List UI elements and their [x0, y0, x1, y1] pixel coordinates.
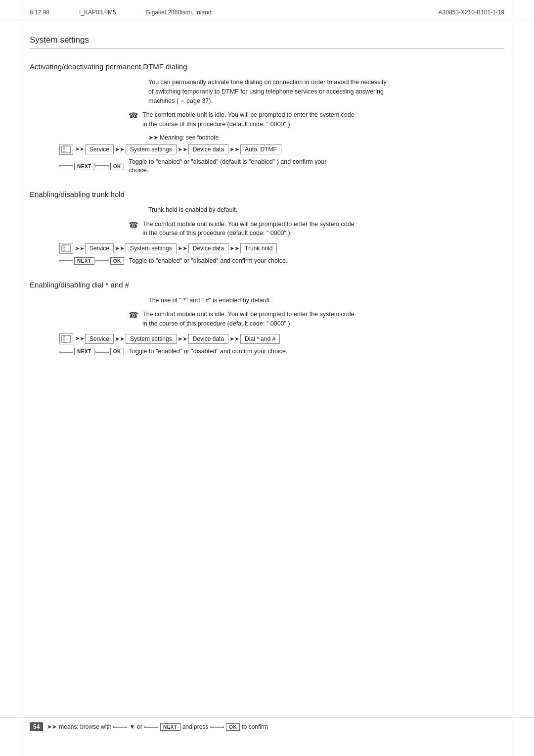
footer-text-or: or	[137, 723, 142, 730]
nav-trunkhold: Trunk hold	[240, 243, 277, 253]
button-text-dtmf: Toggle to "enabled" or "disabled" (defau…	[129, 158, 327, 175]
description-dial: The use of " *" and " #" is enabled by d…	[148, 296, 391, 305]
idle-text-trunk: The comfort mobile unit is idle. You wil…	[142, 220, 355, 238]
nav-service-dtmf: Service	[85, 144, 114, 154]
footer-arrow-icon: ➤➤	[47, 723, 57, 730]
nav-syssettings-dial: System settings	[126, 334, 177, 344]
page-number: 54	[30, 722, 43, 731]
header-file: I_KAP03.FM5	[79, 9, 116, 16]
idle-text-dtmf: The comfort mobile unit is idle. You wil…	[142, 110, 355, 129]
page-wrapper: 8.12.98 I_KAP03.FM5 Gigaset 2060isdn, In…	[0, 0, 534, 756]
footer-description: ➤➤ means: browse with ▼ or NEXT and pres…	[47, 723, 268, 731]
menu-icon-dial	[59, 333, 73, 344]
arrow-3-dial: ➤➤	[178, 335, 187, 342]
arrow-3-dtmf: ➤➤	[178, 146, 187, 153]
nav-syssettings-trunk: System settings	[126, 243, 177, 253]
menu-icon-dtmf	[59, 144, 73, 155]
nav-devdata-dial: Device data	[188, 334, 228, 344]
meaning-text-dtmf: ➤➤ Meaning: see footnote	[148, 134, 219, 141]
arrow-3-trunk: ➤➤	[178, 245, 187, 252]
footer-btn-blank2	[144, 726, 158, 728]
nav-devdata-dtmf: Device data	[188, 144, 228, 154]
nav-row-dtmf: ➤➤ Service ➤➤ System settings ➤➤ Device …	[59, 144, 504, 155]
button-row-dtmf: NEXT OK Toggle to "enabled" or "disabled…	[59, 158, 504, 175]
footer-btn-blank3	[210, 726, 224, 728]
right-margin-line	[513, 0, 513, 756]
next-key-dtmf[interactable]: NEXT	[74, 163, 94, 170]
footer-text-press: and press	[182, 723, 209, 730]
button-text-dial: Toggle to "enabled" or "disabled" and co…	[129, 347, 288, 356]
nav-devdata-trunk: Device data	[188, 243, 228, 253]
nav-dialstar: Dial * and #	[240, 334, 280, 344]
section-title: System settings	[30, 35, 504, 48]
blank-btn-1-dial	[59, 351, 73, 353]
ok-key-dtmf[interactable]: OK	[110, 163, 124, 170]
heading-dtmf: Activating/deactivating permanent DTMF d…	[30, 62, 504, 71]
header-left: 8.12.98 I_KAP03.FM5 Gigaset 2060isdn, In…	[30, 9, 213, 16]
subsection-trunk: Enabling/disabling trunk hold Trunk hold…	[30, 190, 504, 266]
header-product: Gigaset 2060isdn, Inland:	[146, 9, 213, 16]
idle-note-trunk: ☎ The comfort mobile unit is idle. You w…	[129, 220, 504, 238]
subsection-dtmf: Activating/deactivating permanent DTMF d…	[30, 62, 504, 175]
page-footer: 54 ➤➤ means: browse with ▼ or NEXT and p…	[0, 717, 534, 736]
phone-idle-icon-dial: ☎	[129, 310, 138, 320]
nav-row-dial: ➤➤ Service ➤➤ System settings ➤➤ Device …	[59, 333, 504, 344]
next-key-dial[interactable]: NEXT	[74, 348, 94, 355]
footer-ok-key[interactable]: OK	[226, 723, 240, 731]
ok-key-trunk[interactable]: OK	[110, 257, 124, 265]
description-dtmf: You can permanently activate tone dialin…	[148, 78, 391, 105]
blank-btn-2-dial	[95, 351, 109, 353]
footer-text-means: means: browse with	[59, 723, 111, 730]
arrow-2-dtmf: ➤➤	[115, 146, 125, 153]
arrow-1-trunk: ➤➤	[75, 245, 84, 252]
blank-btn-2-trunk	[95, 260, 109, 262]
arrow-1-dtmf: ➤➤	[75, 146, 84, 152]
page-header: 8.12.98 I_KAP03.FM5 Gigaset 2060isdn, In…	[0, 0, 534, 20]
menu-icon-trunk	[59, 243, 73, 254]
footer-btn-blank	[113, 726, 127, 728]
heading-trunk: Enabling/disabling trunk hold	[30, 190, 504, 198]
subsection-dial: Enabling/disabling dial * and # The use …	[30, 281, 504, 356]
idle-note-dial: ☎ The comfort mobile unit is idle. You w…	[129, 310, 504, 329]
footer-down-arrow: ▼	[129, 723, 135, 730]
nav-row-trunk: ➤➤ Service ➤➤ System settings ➤➤ Device …	[59, 243, 504, 254]
nav-syssettings-dtmf: System settings	[126, 144, 177, 154]
nav-service-trunk: Service	[85, 243, 114, 253]
footer-next-key[interactable]: NEXT	[160, 723, 180, 731]
blank-btn-1-trunk	[59, 260, 73, 262]
button-row-dial: NEXT OK Toggle to "enabled" or "disabled…	[59, 347, 504, 356]
left-margin-line	[21, 0, 21, 756]
header-date: 8.12.98	[30, 9, 49, 16]
blank-btn-1-dtmf	[59, 165, 73, 167]
arrow-4-trunk: ➤➤	[229, 245, 239, 252]
main-content: System settings Activating/deactivating …	[0, 20, 534, 390]
heading-dial: Enabling/disabling dial * and #	[30, 281, 504, 289]
meaning-note-dtmf: ➤➤ Meaning: see footnote	[148, 134, 504, 141]
idle-text-dial: The comfort mobile unit is idle. You wil…	[142, 310, 355, 329]
next-key-trunk[interactable]: NEXT	[74, 257, 94, 265]
header-ref: A30853-X210-B101-1-19	[439, 9, 504, 16]
header-right: A30853-X210-B101-1-19	[439, 9, 504, 16]
phone-idle-icon-dtmf: ☎	[129, 111, 138, 120]
arrow-1-dial: ➤➤	[75, 335, 84, 342]
arrow-4-dial: ➤➤	[229, 335, 239, 342]
button-row-trunk: NEXT OK Toggle to "enabled" or "disabled…	[59, 257, 504, 266]
ok-key-dial[interactable]: OK	[110, 348, 124, 355]
nav-autodtmf: Auto. DTMF	[240, 144, 281, 154]
arrow-4-dtmf: ➤➤	[229, 146, 239, 153]
arrow-2-dial: ➤➤	[115, 335, 125, 342]
idle-note-dtmf: ☎ The comfort mobile unit is idle. You w…	[129, 110, 504, 129]
blank-btn-2-dtmf	[95, 165, 109, 167]
button-text-trunk: Toggle to "enabled" or "disabled" and co…	[129, 257, 288, 266]
description-trunk: Trunk hold is enabled by default.	[148, 205, 391, 215]
footer-text-confirm: to confirm	[242, 723, 268, 730]
phone-idle-icon-trunk: ☎	[129, 220, 138, 230]
nav-service-dial: Service	[85, 334, 114, 344]
arrow-2-trunk: ➤➤	[115, 245, 125, 252]
